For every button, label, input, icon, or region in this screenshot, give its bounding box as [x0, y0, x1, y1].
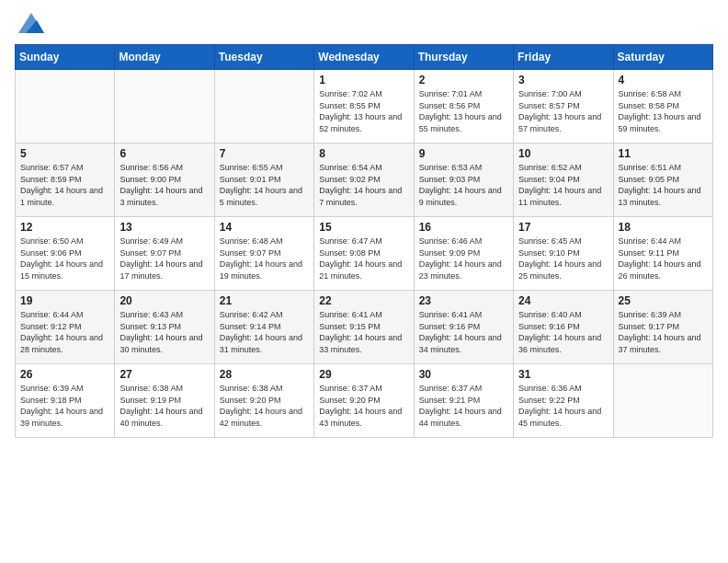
day-info: Sunrise: 6:55 AM Sunset: 9:01 PM Dayligh…	[220, 162, 309, 208]
day-number: 8	[319, 147, 408, 160]
logo-icon	[18, 13, 44, 33]
day-info: Sunrise: 6:45 AM Sunset: 9:10 PM Dayligh…	[518, 236, 608, 282]
calendar-cell: 31Sunrise: 6:36 AM Sunset: 9:22 PM Dayli…	[514, 364, 613, 438]
calendar-week-2: 5Sunrise: 6:57 AM Sunset: 8:59 PM Daylig…	[16, 144, 713, 217]
day-number: 12	[20, 221, 109, 234]
day-number: 31	[518, 368, 608, 381]
calendar-cell	[613, 364, 712, 438]
day-number: 2	[419, 74, 508, 86]
day-number: 3	[518, 74, 608, 86]
calendar-cell: 10Sunrise: 6:52 AM Sunset: 9:04 PM Dayli…	[514, 144, 613, 217]
day-number: 15	[319, 221, 408, 234]
day-number: 9	[419, 147, 508, 160]
logo	[15, 15, 44, 33]
day-number: 25	[619, 294, 708, 307]
day-number: 18	[619, 221, 708, 234]
calendar-cell: 8Sunrise: 6:54 AM Sunset: 9:02 PM Daylig…	[314, 144, 414, 217]
calendar-week-5: 26Sunrise: 6:39 AM Sunset: 9:18 PM Dayli…	[16, 364, 713, 438]
day-info: Sunrise: 6:44 AM Sunset: 9:12 PM Dayligh…	[20, 309, 109, 355]
day-info: Sunrise: 7:01 AM Sunset: 8:56 PM Dayligh…	[419, 88, 508, 134]
day-info: Sunrise: 6:53 AM Sunset: 9:03 PM Dayligh…	[419, 162, 508, 208]
day-number: 19	[20, 294, 109, 307]
day-number: 27	[119, 368, 209, 381]
day-info: Sunrise: 6:40 AM Sunset: 9:16 PM Dayligh…	[518, 309, 608, 355]
calendar-cell	[115, 70, 214, 144]
calendar-cell: 22Sunrise: 6:41 AM Sunset: 9:15 PM Dayli…	[314, 291, 414, 364]
calendar-cell: 12Sunrise: 6:50 AM Sunset: 9:06 PM Dayli…	[16, 217, 115, 291]
day-info: Sunrise: 6:47 AM Sunset: 9:08 PM Dayligh…	[319, 236, 408, 282]
calendar-cell: 1Sunrise: 7:02 AM Sunset: 8:55 PM Daylig…	[314, 70, 414, 144]
day-number: 16	[419, 221, 508, 234]
day-number: 29	[319, 368, 408, 381]
calendar-cell: 18Sunrise: 6:44 AM Sunset: 9:11 PM Dayli…	[613, 217, 712, 291]
calendar-week-4: 19Sunrise: 6:44 AM Sunset: 9:12 PM Dayli…	[16, 291, 713, 364]
day-number: 4	[619, 74, 708, 86]
calendar-cell: 13Sunrise: 6:49 AM Sunset: 9:07 PM Dayli…	[115, 217, 214, 291]
day-header-sunday: Sunday	[16, 45, 115, 70]
calendar-cell: 2Sunrise: 7:01 AM Sunset: 8:56 PM Daylig…	[414, 70, 513, 144]
day-info: Sunrise: 6:48 AM Sunset: 9:07 PM Dayligh…	[220, 236, 309, 282]
day-number: 6	[119, 147, 209, 160]
day-info: Sunrise: 6:39 AM Sunset: 9:18 PM Dayligh…	[20, 383, 109, 429]
day-number: 26	[20, 368, 109, 381]
calendar-cell: 27Sunrise: 6:38 AM Sunset: 9:19 PM Dayli…	[115, 364, 214, 438]
day-number: 7	[220, 147, 309, 160]
day-info: Sunrise: 6:54 AM Sunset: 9:02 PM Dayligh…	[319, 162, 408, 208]
day-header-friday: Friday	[514, 45, 613, 70]
day-number: 21	[220, 294, 309, 307]
day-number: 13	[119, 221, 209, 234]
calendar-cell: 9Sunrise: 6:53 AM Sunset: 9:03 PM Daylig…	[414, 144, 513, 217]
day-number: 1	[319, 74, 408, 86]
calendar-cell: 23Sunrise: 6:41 AM Sunset: 9:16 PM Dayli…	[414, 291, 513, 364]
calendar-body: 1Sunrise: 7:02 AM Sunset: 8:55 PM Daylig…	[16, 70, 713, 438]
day-number: 11	[619, 147, 708, 160]
calendar-cell	[214, 70, 313, 144]
day-info: Sunrise: 6:37 AM Sunset: 9:20 PM Dayligh…	[319, 383, 408, 429]
calendar-cell: 16Sunrise: 6:46 AM Sunset: 9:09 PM Dayli…	[414, 217, 513, 291]
day-info: Sunrise: 6:38 AM Sunset: 9:19 PM Dayligh…	[119, 383, 209, 429]
calendar-cell: 14Sunrise: 6:48 AM Sunset: 9:07 PM Dayli…	[214, 217, 313, 291]
day-info: Sunrise: 6:42 AM Sunset: 9:14 PM Dayligh…	[220, 309, 309, 355]
day-info: Sunrise: 7:00 AM Sunset: 8:57 PM Dayligh…	[518, 88, 608, 134]
day-info: Sunrise: 6:38 AM Sunset: 9:20 PM Dayligh…	[220, 383, 309, 429]
day-info: Sunrise: 6:43 AM Sunset: 9:13 PM Dayligh…	[119, 309, 209, 355]
calendar-cell: 17Sunrise: 6:45 AM Sunset: 9:10 PM Dayli…	[514, 217, 613, 291]
day-info: Sunrise: 6:39 AM Sunset: 9:17 PM Dayligh…	[619, 309, 708, 355]
calendar-cell: 29Sunrise: 6:37 AM Sunset: 9:20 PM Dayli…	[314, 364, 414, 438]
calendar-cell: 3Sunrise: 7:00 AM Sunset: 8:57 PM Daylig…	[514, 70, 613, 144]
calendar-cell: 15Sunrise: 6:47 AM Sunset: 9:08 PM Dayli…	[314, 217, 414, 291]
calendar-cell: 4Sunrise: 6:58 AM Sunset: 8:58 PM Daylig…	[613, 70, 712, 144]
calendar-week-1: 1Sunrise: 7:02 AM Sunset: 8:55 PM Daylig…	[16, 70, 713, 144]
day-number: 23	[419, 294, 508, 307]
calendar-cell: 6Sunrise: 6:56 AM Sunset: 9:00 PM Daylig…	[115, 144, 214, 217]
day-number: 22	[319, 294, 408, 307]
day-header-tuesday: Tuesday	[214, 45, 313, 70]
calendar-cell: 11Sunrise: 6:51 AM Sunset: 9:05 PM Dayli…	[613, 144, 712, 217]
day-info: Sunrise: 6:49 AM Sunset: 9:07 PM Dayligh…	[119, 236, 209, 282]
calendar-cell: 7Sunrise: 6:55 AM Sunset: 9:01 PM Daylig…	[214, 144, 313, 217]
calendar-cell: 19Sunrise: 6:44 AM Sunset: 9:12 PM Dayli…	[16, 291, 115, 364]
calendar-cell: 26Sunrise: 6:39 AM Sunset: 9:18 PM Dayli…	[16, 364, 115, 438]
day-header-thursday: Thursday	[414, 45, 513, 70]
day-header-wednesday: Wednesday	[314, 45, 414, 70]
day-info: Sunrise: 6:46 AM Sunset: 9:09 PM Dayligh…	[419, 236, 508, 282]
calendar-table: SundayMondayTuesdayWednesdayThursdayFrid…	[15, 44, 713, 438]
page-header	[15, 15, 713, 33]
day-number: 24	[518, 294, 608, 307]
day-info: Sunrise: 6:51 AM Sunset: 9:05 PM Dayligh…	[619, 162, 708, 208]
calendar-cell: 21Sunrise: 6:42 AM Sunset: 9:14 PM Dayli…	[214, 291, 313, 364]
day-info: Sunrise: 6:50 AM Sunset: 9:06 PM Dayligh…	[20, 236, 109, 282]
day-info: Sunrise: 6:56 AM Sunset: 9:00 PM Dayligh…	[119, 162, 209, 208]
calendar-header: SundayMondayTuesdayWednesdayThursdayFrid…	[16, 45, 713, 70]
day-info: Sunrise: 6:58 AM Sunset: 8:58 PM Dayligh…	[619, 88, 708, 134]
day-number: 20	[119, 294, 209, 307]
calendar-cell: 24Sunrise: 6:40 AM Sunset: 9:16 PM Dayli…	[514, 291, 613, 364]
day-number: 5	[20, 147, 109, 160]
day-header-saturday: Saturday	[613, 45, 712, 70]
calendar-week-3: 12Sunrise: 6:50 AM Sunset: 9:06 PM Dayli…	[16, 217, 713, 291]
calendar-cell: 5Sunrise: 6:57 AM Sunset: 8:59 PM Daylig…	[16, 144, 115, 217]
day-info: Sunrise: 6:36 AM Sunset: 9:22 PM Dayligh…	[518, 383, 608, 429]
day-header-monday: Monday	[115, 45, 214, 70]
calendar-cell: 20Sunrise: 6:43 AM Sunset: 9:13 PM Dayli…	[115, 291, 214, 364]
day-info: Sunrise: 6:52 AM Sunset: 9:04 PM Dayligh…	[518, 162, 608, 208]
